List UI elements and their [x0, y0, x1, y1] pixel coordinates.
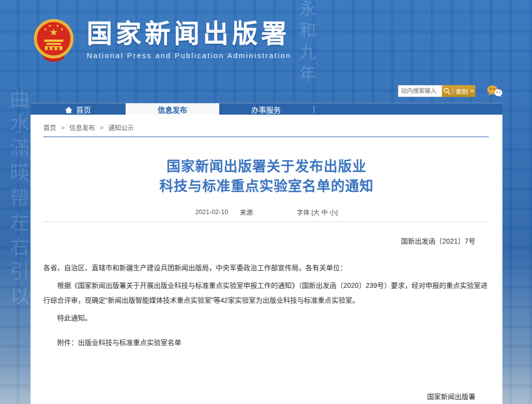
document-number: 国新出发函〔2021〕7号	[31, 236, 475, 246]
breadcrumb-separator: >	[61, 124, 65, 131]
nav-item-label: 办事服务	[251, 104, 281, 115]
nav-divider	[314, 106, 314, 113]
svg-text:★: ★	[44, 27, 47, 31]
attachment-link[interactable]: 附件：出版业科技与标准重点实验室名单	[43, 337, 488, 347]
search-divider: |	[452, 88, 454, 94]
nav-item-home[interactable]: 首页	[31, 103, 126, 115]
breadcrumb-information-release[interactable]: 信息发布	[69, 124, 95, 131]
source-label: 来源:	[240, 207, 255, 217]
site-subtitle-english: National Press and Publication Administr…	[87, 51, 291, 60]
article-meta: 2021-02-10 来源: 字体 [大 中 小]	[31, 207, 502, 217]
nav-item-services[interactable]: 办事服务	[219, 103, 313, 115]
search-icon[interactable]	[443, 88, 450, 94]
site-header: ★ ★ ★ ★ ★ 国家新闻出版署 National Press and Pub…	[32, 19, 291, 64]
paragraph-closing: 特此通知。	[43, 311, 488, 325]
signature-agency: 国家新闻出版署	[31, 388, 475, 404]
category-dropdown-label[interactable]: 类别	[456, 87, 468, 96]
svg-text:★: ★	[49, 27, 58, 37]
calligraphy-watermark-left: 曲水滿暎帶左右引以	[4, 89, 33, 404]
site-title: 国家新闻出版署	[87, 20, 291, 48]
wechat-icon[interactable]	[486, 85, 503, 97]
breadcrumb-rule	[43, 136, 489, 137]
breadcrumb-home[interactable]: 首页	[43, 124, 56, 131]
breadcrumb-notices[interactable]: 通知公示	[108, 124, 134, 131]
nav-item-label: 信息发布	[158, 104, 187, 115]
nav-item-information-release[interactable]: 信息发布	[126, 103, 219, 115]
main-navigation: 首页 信息发布 办事服务	[31, 103, 502, 115]
chevron-down-icon[interactable]	[470, 90, 474, 93]
article-title: 国家新闻出版署关于发布出版业 科技与标准重点实验室名单的通知	[50, 157, 483, 196]
breadcrumb-separator: >	[100, 124, 104, 131]
content-panel: 首页 > 信息发布 > 通知公示 国家新闻出版署关于发布出版业 科技与标准重点实…	[31, 115, 502, 404]
home-icon	[65, 106, 72, 113]
paragraph-addressees: 各省、自治区、直辖市和新疆生产建设兵团新闻出版局，中央军委政治工作部宣传局，各有…	[43, 260, 488, 275]
calligraphy-watermark-header: 永和九年	[295, 0, 319, 108]
nav-item-label: 首页	[76, 104, 91, 115]
font-size-control[interactable]: 字体 [大 中 小]	[297, 207, 338, 217]
article-title-line2: 科技与标准重点实验室名单的通知	[159, 179, 373, 194]
publish-date: 2021-02-10	[195, 208, 228, 216]
signature-block: 国家新闻出版署 2021年2月3日	[31, 388, 475, 404]
article-title-line1: 国家新闻出版署关于发布出版业	[166, 159, 366, 174]
breadcrumb: 首页 > 信息发布 > 通知公示	[43, 123, 489, 132]
search-area: | 类别	[398, 85, 503, 97]
svg-text:★: ★	[60, 27, 64, 31]
svg-text:★: ★	[48, 24, 51, 28]
paragraph-main: 根据《国家新闻出版署关于开展出版业科技与标准重点实验室申报工作的通知》（国新出发…	[43, 278, 488, 308]
meta-rule	[43, 221, 489, 222]
search-category-button[interactable]: | 类别	[442, 85, 475, 97]
search-input[interactable]	[398, 85, 442, 97]
svg-text:★: ★	[56, 24, 59, 28]
article-body: 各省、自治区、直辖市和新疆生产建设兵团新闻出版局，中央军委政治工作部宣传局，各有…	[43, 260, 488, 325]
national-emblem-icon: ★ ★ ★ ★ ★	[32, 19, 76, 64]
